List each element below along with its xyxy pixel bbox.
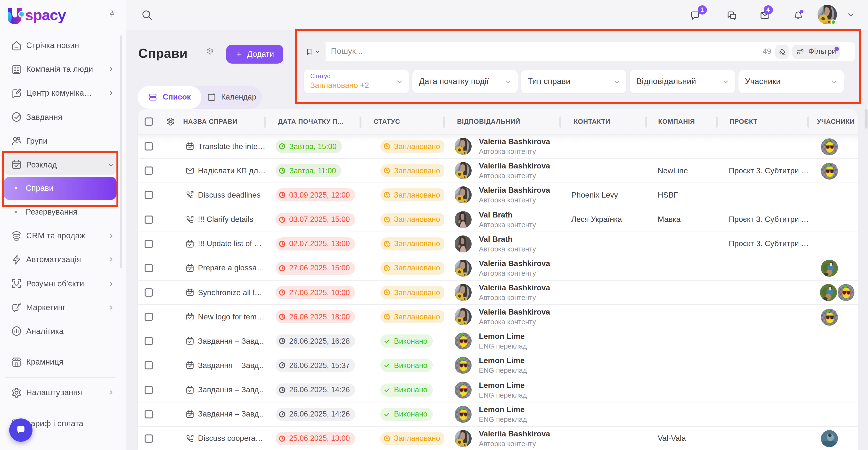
svg-text:spacy: spacy <box>25 7 66 23</box>
